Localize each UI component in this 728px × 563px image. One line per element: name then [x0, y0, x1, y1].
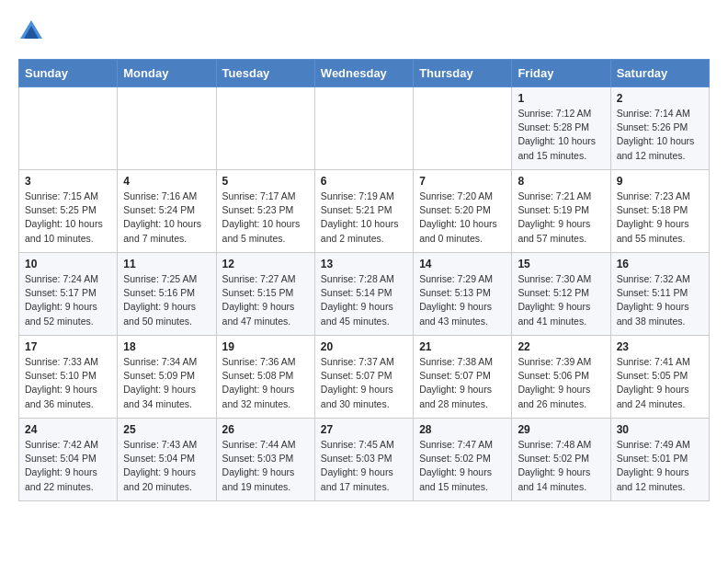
calendar-cell: 25Sunrise: 7:43 AM Sunset: 5:04 PM Dayli…	[118, 419, 216, 501]
day-info: Sunrise: 7:32 AM Sunset: 5:11 PM Dayligh…	[617, 272, 703, 328]
calendar-week-row: 3Sunrise: 7:15 AM Sunset: 5:25 PM Daylig…	[19, 170, 710, 253]
day-info: Sunrise: 7:24 AM Sunset: 5:17 PM Dayligh…	[25, 272, 111, 328]
day-info: Sunrise: 7:48 AM Sunset: 5:02 PM Dayligh…	[518, 438, 604, 494]
logo	[18, 18, 48, 44]
calendar-cell: 23Sunrise: 7:41 AM Sunset: 5:05 PM Dayli…	[610, 336, 709, 419]
calendar-table: SundayMondayTuesdayWednesdayThursdayFrid…	[18, 59, 710, 501]
day-info: Sunrise: 7:47 AM Sunset: 5:02 PM Dayligh…	[419, 438, 506, 494]
weekday-header: Tuesday	[216, 60, 314, 87]
calendar-cell: 16Sunrise: 7:32 AM Sunset: 5:11 PM Dayli…	[610, 253, 709, 336]
day-info: Sunrise: 7:27 AM Sunset: 5:15 PM Dayligh…	[222, 272, 309, 328]
day-number: 12	[222, 258, 309, 270]
day-number: 6	[321, 175, 407, 188]
day-info: Sunrise: 7:16 AM Sunset: 5:24 PM Dayligh…	[123, 190, 210, 246]
day-number: 16	[617, 258, 703, 270]
calendar-cell: 22Sunrise: 7:39 AM Sunset: 5:06 PM Dayli…	[512, 336, 610, 419]
day-info: Sunrise: 7:39 AM Sunset: 5:06 PM Dayligh…	[518, 355, 604, 411]
calendar-header-row: SundayMondayTuesdayWednesdayThursdayFrid…	[19, 60, 710, 87]
calendar-cell	[118, 87, 216, 170]
calendar-cell: 21Sunrise: 7:38 AM Sunset: 5:07 PM Dayli…	[414, 336, 512, 419]
day-number: 28	[419, 423, 506, 436]
day-info: Sunrise: 7:34 AM Sunset: 5:09 PM Dayligh…	[123, 355, 210, 411]
day-info: Sunrise: 7:29 AM Sunset: 5:13 PM Dayligh…	[419, 272, 506, 328]
calendar-cell: 26Sunrise: 7:44 AM Sunset: 5:03 PM Dayli…	[216, 419, 314, 501]
day-info: Sunrise: 7:49 AM Sunset: 5:01 PM Dayligh…	[617, 438, 703, 494]
calendar-cell: 13Sunrise: 7:28 AM Sunset: 5:14 PM Dayli…	[314, 253, 413, 336]
day-number: 24	[25, 423, 111, 436]
day-number: 3	[25, 175, 111, 188]
day-number: 8	[518, 175, 604, 188]
day-info: Sunrise: 7:14 AM Sunset: 5:26 PM Dayligh…	[617, 107, 703, 163]
day-number: 18	[123, 340, 210, 353]
day-info: Sunrise: 7:21 AM Sunset: 5:19 PM Dayligh…	[518, 190, 604, 246]
calendar-cell: 18Sunrise: 7:34 AM Sunset: 5:09 PM Dayli…	[118, 336, 216, 419]
calendar-cell: 4Sunrise: 7:16 AM Sunset: 5:24 PM Daylig…	[118, 170, 216, 253]
day-number: 21	[419, 340, 506, 353]
day-info: Sunrise: 7:20 AM Sunset: 5:20 PM Dayligh…	[419, 190, 506, 246]
calendar-cell: 14Sunrise: 7:29 AM Sunset: 5:13 PM Dayli…	[414, 253, 512, 336]
day-number: 30	[617, 423, 703, 436]
calendar-cell: 29Sunrise: 7:48 AM Sunset: 5:02 PM Dayli…	[512, 419, 610, 501]
weekday-header: Saturday	[610, 60, 709, 87]
day-info: Sunrise: 7:17 AM Sunset: 5:23 PM Dayligh…	[222, 190, 309, 246]
day-info: Sunrise: 7:28 AM Sunset: 5:14 PM Dayligh…	[321, 272, 407, 328]
calendar-cell: 24Sunrise: 7:42 AM Sunset: 5:04 PM Dayli…	[19, 419, 118, 501]
day-info: Sunrise: 7:36 AM Sunset: 5:08 PM Dayligh…	[222, 355, 309, 411]
page-header	[18, 18, 710, 44]
calendar-cell: 20Sunrise: 7:37 AM Sunset: 5:07 PM Dayli…	[314, 336, 413, 419]
calendar-cell: 3Sunrise: 7:15 AM Sunset: 5:25 PM Daylig…	[19, 170, 118, 253]
day-number: 20	[321, 340, 407, 353]
calendar-cell: 17Sunrise: 7:33 AM Sunset: 5:10 PM Dayli…	[19, 336, 118, 419]
weekday-header: Sunday	[19, 60, 118, 87]
weekday-header: Thursday	[414, 60, 512, 87]
day-info: Sunrise: 7:30 AM Sunset: 5:12 PM Dayligh…	[518, 272, 604, 328]
calendar-cell: 6Sunrise: 7:19 AM Sunset: 5:21 PM Daylig…	[314, 170, 413, 253]
day-info: Sunrise: 7:41 AM Sunset: 5:05 PM Dayligh…	[617, 355, 703, 411]
day-number: 15	[518, 258, 604, 270]
calendar-cell: 5Sunrise: 7:17 AM Sunset: 5:23 PM Daylig…	[216, 170, 314, 253]
day-number: 9	[617, 175, 703, 188]
calendar-cell: 19Sunrise: 7:36 AM Sunset: 5:08 PM Dayli…	[216, 336, 314, 419]
weekday-header: Wednesday	[314, 60, 413, 87]
calendar-week-row: 24Sunrise: 7:42 AM Sunset: 5:04 PM Dayli…	[19, 419, 710, 501]
day-number: 26	[222, 423, 309, 436]
day-number: 17	[25, 340, 111, 353]
calendar-cell	[19, 87, 118, 170]
day-info: Sunrise: 7:23 AM Sunset: 5:18 PM Dayligh…	[617, 190, 703, 246]
day-number: 27	[321, 423, 407, 436]
day-info: Sunrise: 7:43 AM Sunset: 5:04 PM Dayligh…	[123, 438, 210, 494]
day-number: 1	[518, 92, 604, 105]
calendar-cell	[314, 87, 413, 170]
day-number: 4	[123, 175, 210, 188]
day-info: Sunrise: 7:44 AM Sunset: 5:03 PM Dayligh…	[222, 438, 309, 494]
day-number: 25	[123, 423, 210, 436]
calendar-cell: 12Sunrise: 7:27 AM Sunset: 5:15 PM Dayli…	[216, 253, 314, 336]
day-number: 19	[222, 340, 309, 353]
calendar-cell	[216, 87, 314, 170]
day-info: Sunrise: 7:15 AM Sunset: 5:25 PM Dayligh…	[25, 190, 111, 246]
day-number: 23	[617, 340, 703, 353]
weekday-header: Friday	[512, 60, 610, 87]
day-info: Sunrise: 7:12 AM Sunset: 5:28 PM Dayligh…	[518, 107, 604, 163]
day-number: 10	[25, 258, 111, 270]
day-number: 11	[123, 258, 210, 270]
day-number: 22	[518, 340, 604, 353]
day-info: Sunrise: 7:45 AM Sunset: 5:03 PM Dayligh…	[321, 438, 407, 494]
day-number: 29	[518, 423, 604, 436]
calendar-cell: 27Sunrise: 7:45 AM Sunset: 5:03 PM Dayli…	[314, 419, 413, 501]
day-info: Sunrise: 7:42 AM Sunset: 5:04 PM Dayligh…	[25, 438, 111, 494]
calendar-cell: 10Sunrise: 7:24 AM Sunset: 5:17 PM Dayli…	[19, 253, 118, 336]
day-number: 13	[321, 258, 407, 270]
calendar-cell: 28Sunrise: 7:47 AM Sunset: 5:02 PM Dayli…	[414, 419, 512, 501]
calendar-cell: 9Sunrise: 7:23 AM Sunset: 5:18 PM Daylig…	[610, 170, 709, 253]
calendar-cell: 11Sunrise: 7:25 AM Sunset: 5:16 PM Dayli…	[118, 253, 216, 336]
weekday-header: Monday	[118, 60, 216, 87]
day-info: Sunrise: 7:25 AM Sunset: 5:16 PM Dayligh…	[123, 272, 210, 328]
calendar-cell: 30Sunrise: 7:49 AM Sunset: 5:01 PM Dayli…	[610, 419, 709, 501]
logo-icon	[18, 18, 44, 44]
day-number: 2	[617, 92, 703, 105]
day-number: 14	[419, 258, 506, 270]
calendar-week-row: 10Sunrise: 7:24 AM Sunset: 5:17 PM Dayli…	[19, 253, 710, 336]
calendar-cell: 8Sunrise: 7:21 AM Sunset: 5:19 PM Daylig…	[512, 170, 610, 253]
calendar-cell: 15Sunrise: 7:30 AM Sunset: 5:12 PM Dayli…	[512, 253, 610, 336]
